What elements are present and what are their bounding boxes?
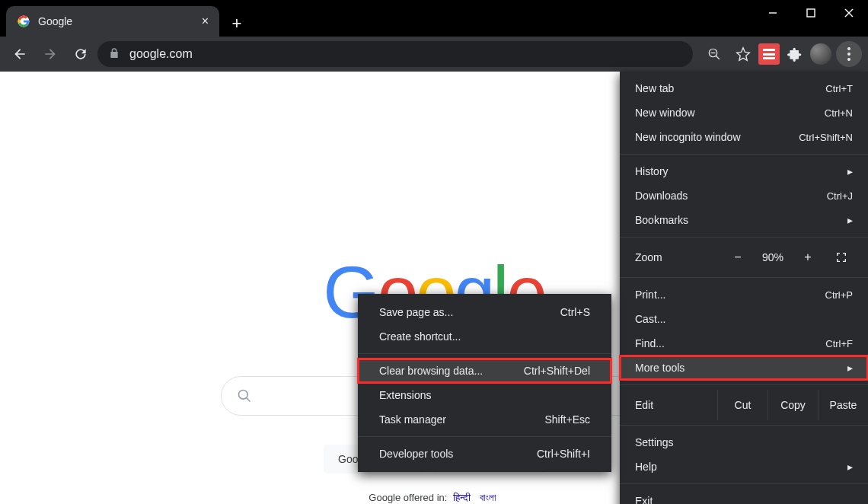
browser-tab[interactable]: Google ×: [6, 6, 219, 37]
language-line: Google offered in: हिन्दी বাংলা: [369, 492, 499, 504]
menu-item-label: Clear browsing data...: [379, 365, 483, 377]
menu-item-label: Cast...: [635, 313, 853, 325]
svg-line-9: [247, 398, 251, 402]
menu-item-new-window[interactable]: New windowCtrl+N: [620, 100, 868, 125]
language-link[interactable]: हिन्दी: [453, 492, 471, 503]
tab-title: Google: [38, 15, 194, 27]
menu-item-label: Zoom: [635, 251, 723, 263]
language-link[interactable]: বাংলা: [480, 492, 496, 503]
menu-item-label: Bookmarks: [635, 214, 847, 226]
url-text: google.com: [129, 47, 193, 61]
svg-point-8: [239, 391, 248, 400]
menu-item-label: Create shortcut...: [379, 330, 461, 343]
window-close-button[interactable]: [830, 0, 868, 26]
menu-edit-row: EditCutCopyPaste: [620, 390, 868, 420]
fullscreen-icon[interactable]: [830, 251, 853, 263]
submenu-item-save-page-as[interactable]: Save page as...Ctrl+S: [358, 300, 611, 324]
menu-item-label: Edit: [620, 399, 717, 411]
submenu-chevron-icon: ▸: [847, 165, 853, 177]
svg-line-6: [716, 56, 720, 59]
chrome-main-menu: New tabCtrl+TNew windowCtrl+NNew incogni…: [620, 72, 868, 504]
extension-todoist-icon[interactable]: [758, 43, 780, 65]
tab-strip: Google × +: [0, 0, 868, 37]
menu-item-shortcut: Ctrl+Shift+Del: [524, 365, 590, 377]
zoom-percent: 90%: [752, 251, 793, 263]
menu-item-bookmarks[interactable]: Bookmarks▸: [620, 208, 868, 232]
submenu-item-create-shortcut[interactable]: Create shortcut...: [358, 324, 611, 349]
menu-item-downloads[interactable]: DownloadsCtrl+J: [620, 183, 868, 208]
menu-item-label: Developer tools: [379, 448, 453, 460]
menu-item-find[interactable]: Find...Ctrl+F: [620, 331, 868, 356]
menu-item-shortcut: Ctrl+T: [816, 83, 853, 94]
google-favicon: [17, 14, 30, 28]
submenu-chevron-icon: ▸: [847, 362, 853, 374]
window-maximize-button[interactable]: [792, 0, 830, 26]
menu-item-print[interactable]: Print...Ctrl+P: [620, 282, 868, 307]
window-minimize-button[interactable]: [754, 0, 792, 26]
menu-item-label: More tools: [635, 362, 847, 374]
menu-item-shortcut: Ctrl+Shift+N: [790, 132, 853, 143]
menu-item-new-tab[interactable]: New tabCtrl+T: [620, 76, 868, 100]
profile-avatar[interactable]: [810, 43, 831, 65]
menu-item-label: New incognito window: [635, 131, 790, 143]
edit-copy-button[interactable]: Copy: [767, 390, 818, 420]
menu-item-label: Settings: [635, 436, 853, 448]
bookmark-star-icon[interactable]: [729, 40, 757, 68]
submenu-chevron-icon: ▸: [847, 214, 853, 226]
address-bar[interactable]: google.com: [97, 41, 693, 67]
menu-item-shortcut: Ctrl+F: [816, 338, 853, 349]
edit-cut-button[interactable]: Cut: [717, 390, 767, 420]
extensions-puzzle-icon[interactable]: [781, 40, 809, 68]
menu-item-label: New tab: [635, 82, 816, 94]
menu-item-history[interactable]: History▸: [620, 159, 868, 183]
chrome-menu-button[interactable]: [836, 41, 862, 67]
menu-item-label: Extensions: [379, 389, 431, 401]
menu-item-label: Save page as...: [379, 306, 453, 318]
menu-item-help[interactable]: Help▸: [620, 455, 868, 479]
menu-item-shortcut: Ctrl+J: [818, 190, 853, 202]
edit-paste-button[interactable]: Paste: [818, 390, 868, 420]
zoom-out-icon[interactable]: [700, 40, 728, 68]
tab-close-icon[interactable]: ×: [202, 14, 209, 28]
menu-item-shortcut: Ctrl+P: [816, 289, 853, 301]
menu-item-label: Help: [635, 461, 847, 473]
menu-item-more-tools[interactable]: More tools▸: [620, 356, 868, 380]
menu-zoom-row: Zoom−90%+: [620, 242, 868, 273]
lock-icon: [108, 47, 120, 62]
more-tools-submenu: Save page as...Ctrl+SCreate shortcut...C…: [358, 294, 611, 472]
menu-item-cast[interactable]: Cast...: [620, 307, 868, 331]
menu-item-new-incognito-window[interactable]: New incognito windowCtrl+Shift+N: [620, 125, 868, 149]
submenu-item-extensions[interactable]: Extensions: [358, 383, 611, 407]
back-button[interactable]: [6, 40, 34, 68]
menu-item-label: Print...: [635, 289, 816, 301]
zoom-plus-button[interactable]: +: [793, 250, 822, 264]
forward-button[interactable]: [37, 40, 64, 68]
search-icon: [237, 388, 252, 404]
svg-rect-1: [807, 9, 815, 17]
submenu-item-clear-browsing-data[interactable]: Clear browsing data...Ctrl+Shift+Del: [358, 359, 611, 383]
submenu-item-developer-tools[interactable]: Developer toolsCtrl+Shift+I: [358, 442, 611, 466]
menu-item-label: Downloads: [635, 190, 818, 202]
menu-item-label: History: [635, 165, 847, 177]
menu-item-exit[interactable]: Exit: [620, 489, 868, 504]
submenu-item-task-manager[interactable]: Task managerShift+Esc: [358, 407, 611, 432]
menu-item-label: Exit: [635, 495, 853, 504]
menu-item-shortcut: Ctrl+N: [815, 107, 853, 119]
menu-item-label: New window: [635, 107, 815, 119]
menu-item-shortcut: Ctrl+S: [560, 306, 590, 318]
new-tab-button[interactable]: +: [224, 11, 250, 37]
menu-item-label: Task manager: [379, 413, 446, 426]
menu-item-shortcut: Shift+Esc: [544, 413, 590, 426]
menu-item-shortcut: Ctrl+Shift+I: [537, 448, 590, 460]
zoom-minus-button[interactable]: −: [723, 250, 752, 264]
menu-item-settings[interactable]: Settings: [620, 430, 868, 455]
browser-toolbar: google.com: [0, 37, 868, 72]
reload-button[interactable]: [67, 40, 94, 68]
menu-item-label: Find...: [635, 337, 816, 349]
submenu-chevron-icon: ▸: [847, 461, 853, 473]
